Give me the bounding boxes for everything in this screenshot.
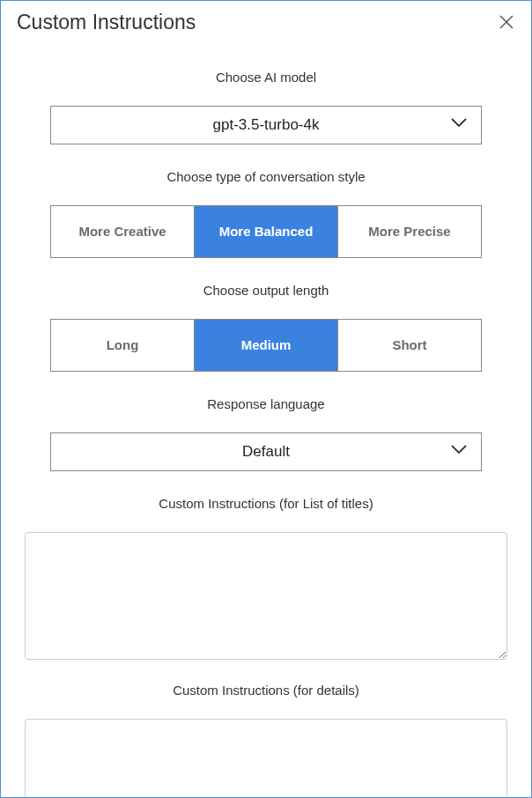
style-option-creative[interactable]: More Creative xyxy=(51,206,194,257)
titlebar: Custom Instructions xyxy=(1,1,531,43)
close-button[interactable] xyxy=(498,13,515,31)
instructions-titles-wrap xyxy=(25,532,507,663)
length-option-medium[interactable]: Medium xyxy=(194,320,337,371)
dialog-title: Custom Instructions xyxy=(17,11,196,34)
length-segmented-group: Long Medium Short xyxy=(50,319,482,372)
chevron-down-icon xyxy=(451,442,467,458)
style-segmented-group: More Creative More Balanced More Precise xyxy=(50,205,482,258)
language-dropdown-value: Default xyxy=(242,443,290,461)
length-label: Choose output length xyxy=(18,283,514,298)
model-dropdown[interactable]: gpt-3.5-turbo-4k xyxy=(50,106,482,144)
scroll-area[interactable]: Choose AI model gpt-3.5-turbo-4k Choose … xyxy=(1,43,531,798)
instructions-titles-textarea[interactable] xyxy=(25,532,507,660)
style-option-precise[interactable]: More Precise xyxy=(337,206,481,257)
instructions-details-wrap xyxy=(25,719,507,798)
model-dropdown-value: gpt-3.5-turbo-4k xyxy=(213,116,320,134)
instructions-details-label: Custom Instructions (for details) xyxy=(18,683,514,698)
model-label: Choose AI model xyxy=(18,70,514,85)
close-icon xyxy=(499,15,514,29)
instructions-titles-label: Custom Instructions (for List of titles) xyxy=(18,496,514,511)
chevron-down-icon xyxy=(451,115,467,131)
style-label: Choose type of conversation style xyxy=(18,169,514,184)
style-option-balanced[interactable]: More Balanced xyxy=(194,206,337,257)
content: Choose AI model gpt-3.5-turbo-4k Choose … xyxy=(1,43,531,798)
language-dropdown[interactable]: Default xyxy=(50,432,482,471)
instructions-details-textarea[interactable] xyxy=(25,719,507,798)
language-label: Response language xyxy=(18,396,514,411)
length-option-short[interactable]: Short xyxy=(337,320,481,371)
length-option-long[interactable]: Long xyxy=(51,320,194,371)
